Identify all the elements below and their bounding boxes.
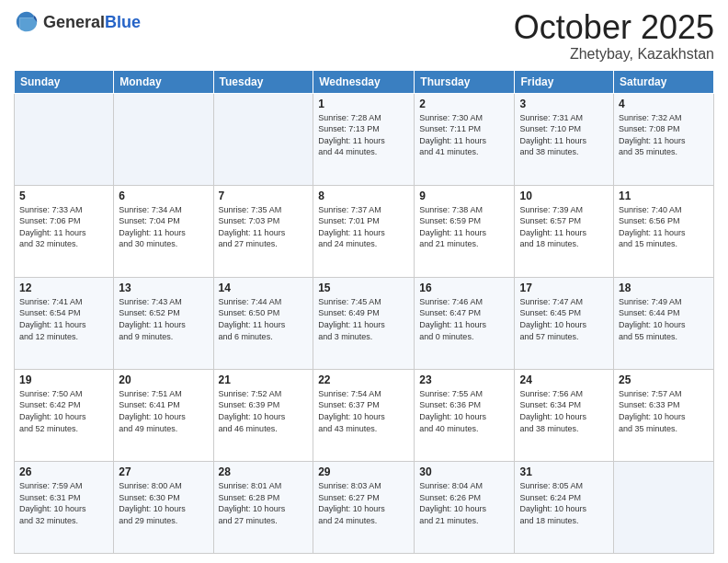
- day-info: Sunrise: 7:52 AM Sunset: 6:39 PM Dayligh…: [219, 388, 309, 434]
- day-cell-2-2: 6Sunrise: 7:34 AM Sunset: 7:04 PM Daylig…: [114, 185, 213, 277]
- day-info: Sunrise: 7:41 AM Sunset: 6:54 PM Dayligh…: [19, 296, 108, 342]
- day-cell-5-1: 26Sunrise: 7:59 AM Sunset: 6:31 PM Dayli…: [15, 461, 114, 553]
- day-info: Sunrise: 7:47 AM Sunset: 6:45 PM Dayligh…: [519, 296, 609, 342]
- calendar-header-row: Sunday Monday Tuesday Wednesday Thursday…: [15, 70, 714, 93]
- calendar: Sunday Monday Tuesday Wednesday Thursday…: [14, 70, 714, 554]
- week-row-3: 12Sunrise: 7:41 AM Sunset: 6:54 PM Dayli…: [15, 277, 714, 369]
- day-cell-1-3: [213, 93, 313, 185]
- day-number: 15: [318, 282, 409, 294]
- week-row-1: 1Sunrise: 7:28 AM Sunset: 7:13 PM Daylig…: [15, 93, 714, 185]
- day-number: 10: [519, 190, 609, 202]
- day-cell-4-5: 23Sunrise: 7:55 AM Sunset: 6:36 PM Dayli…: [415, 369, 515, 461]
- day-number: 2: [419, 98, 509, 110]
- day-cell-2-7: 11Sunrise: 7:40 AM Sunset: 6:56 PM Dayli…: [614, 185, 714, 277]
- day-number: 21: [219, 373, 309, 386]
- day-cell-5-7: [614, 461, 714, 553]
- day-cell-5-4: 29Sunrise: 8:03 AM Sunset: 6:27 PM Dayli…: [313, 461, 415, 553]
- day-number: 31: [519, 465, 609, 478]
- day-info: Sunrise: 7:30 AM Sunset: 7:11 PM Dayligh…: [419, 112, 509, 158]
- day-info: Sunrise: 7:50 AM Sunset: 6:42 PM Dayligh…: [19, 388, 108, 434]
- day-number: 25: [619, 373, 709, 386]
- day-number: 30: [419, 465, 509, 478]
- location-title: Zhetybay, Kazakhstan: [514, 46, 714, 63]
- logo-text: GeneralBlue: [43, 13, 141, 32]
- day-cell-2-3: 7Sunrise: 7:35 AM Sunset: 7:03 PM Daylig…: [213, 185, 313, 277]
- day-info: Sunrise: 7:33 AM Sunset: 7:06 PM Dayligh…: [19, 204, 108, 250]
- day-info: Sunrise: 7:59 AM Sunset: 6:31 PM Dayligh…: [19, 480, 108, 526]
- day-number: 22: [318, 373, 409, 386]
- day-cell-3-5: 16Sunrise: 7:46 AM Sunset: 6:47 PM Dayli…: [415, 277, 515, 369]
- day-number: 4: [619, 98, 709, 110]
- day-cell-5-5: 30Sunrise: 8:04 AM Sunset: 6:26 PM Dayli…: [415, 461, 515, 553]
- day-info: Sunrise: 7:45 AM Sunset: 6:49 PM Dayligh…: [318, 296, 409, 342]
- col-tuesday: Tuesday: [213, 70, 313, 93]
- day-info: Sunrise: 7:40 AM Sunset: 6:56 PM Dayligh…: [619, 204, 709, 250]
- week-row-5: 26Sunrise: 7:59 AM Sunset: 6:31 PM Dayli…: [15, 461, 714, 553]
- day-cell-3-4: 15Sunrise: 7:45 AM Sunset: 6:49 PM Dayli…: [313, 277, 415, 369]
- day-cell-3-3: 14Sunrise: 7:44 AM Sunset: 6:50 PM Dayli…: [213, 277, 313, 369]
- day-cell-5-6: 31Sunrise: 8:05 AM Sunset: 6:24 PM Dayli…: [515, 461, 614, 553]
- day-info: Sunrise: 7:56 AM Sunset: 6:34 PM Dayligh…: [519, 388, 609, 434]
- header: GeneralBlue October 2025 Zhetybay, Kazak…: [14, 9, 714, 63]
- day-cell-1-4: 1Sunrise: 7:28 AM Sunset: 7:13 PM Daylig…: [313, 93, 415, 185]
- day-number: 3: [519, 98, 609, 110]
- calendar-body: 1Sunrise: 7:28 AM Sunset: 7:13 PM Daylig…: [15, 93, 714, 553]
- day-number: 16: [419, 282, 509, 294]
- day-cell-2-1: 5Sunrise: 7:33 AM Sunset: 7:06 PM Daylig…: [15, 185, 114, 277]
- col-friday: Friday: [515, 70, 614, 93]
- day-cell-4-7: 25Sunrise: 7:57 AM Sunset: 6:33 PM Dayli…: [614, 369, 714, 461]
- day-number: 19: [19, 373, 108, 386]
- day-cell-2-5: 9Sunrise: 7:38 AM Sunset: 6:59 PM Daylig…: [415, 185, 515, 277]
- day-cell-4-4: 22Sunrise: 7:54 AM Sunset: 6:37 PM Dayli…: [313, 369, 415, 461]
- day-info: Sunrise: 8:01 AM Sunset: 6:28 PM Dayligh…: [219, 480, 309, 526]
- day-info: Sunrise: 7:32 AM Sunset: 7:08 PM Dayligh…: [619, 112, 709, 158]
- day-cell-4-3: 21Sunrise: 7:52 AM Sunset: 6:39 PM Dayli…: [213, 369, 313, 461]
- day-info: Sunrise: 8:00 AM Sunset: 6:30 PM Dayligh…: [119, 480, 208, 526]
- week-row-2: 5Sunrise: 7:33 AM Sunset: 7:06 PM Daylig…: [15, 185, 714, 277]
- day-info: Sunrise: 8:04 AM Sunset: 6:26 PM Dayligh…: [419, 480, 509, 526]
- col-wednesday: Wednesday: [313, 70, 415, 93]
- day-number: 20: [119, 373, 208, 386]
- col-saturday: Saturday: [614, 70, 714, 93]
- day-info: Sunrise: 7:43 AM Sunset: 6:52 PM Dayligh…: [119, 296, 208, 342]
- day-info: Sunrise: 7:46 AM Sunset: 6:47 PM Dayligh…: [419, 296, 509, 342]
- day-number: 5: [19, 190, 108, 202]
- day-info: Sunrise: 7:34 AM Sunset: 7:04 PM Dayligh…: [119, 204, 208, 250]
- day-info: Sunrise: 7:31 AM Sunset: 7:10 PM Dayligh…: [519, 112, 609, 158]
- day-info: Sunrise: 7:39 AM Sunset: 6:57 PM Dayligh…: [519, 204, 609, 250]
- day-cell-2-6: 10Sunrise: 7:39 AM Sunset: 6:57 PM Dayli…: [515, 185, 614, 277]
- col-monday: Monday: [114, 70, 213, 93]
- day-info: Sunrise: 7:35 AM Sunset: 7:03 PM Dayligh…: [219, 204, 309, 250]
- day-cell-1-7: 4Sunrise: 7:32 AM Sunset: 7:08 PM Daylig…: [614, 93, 714, 185]
- day-cell-3-6: 17Sunrise: 7:47 AM Sunset: 6:45 PM Dayli…: [515, 277, 614, 369]
- day-cell-1-5: 2Sunrise: 7:30 AM Sunset: 7:11 PM Daylig…: [415, 93, 515, 185]
- day-cell-4-1: 19Sunrise: 7:50 AM Sunset: 6:42 PM Dayli…: [15, 369, 114, 461]
- day-number: 13: [119, 282, 208, 294]
- day-info: Sunrise: 7:55 AM Sunset: 6:36 PM Dayligh…: [419, 388, 509, 434]
- day-info: Sunrise: 7:37 AM Sunset: 7:01 PM Dayligh…: [318, 204, 409, 250]
- day-cell-4-2: 20Sunrise: 7:51 AM Sunset: 6:41 PM Dayli…: [114, 369, 213, 461]
- day-number: 6: [119, 190, 208, 202]
- logo-icon: [14, 9, 40, 35]
- col-sunday: Sunday: [15, 70, 114, 93]
- day-number: 8: [318, 190, 409, 202]
- day-number: 1: [318, 98, 409, 110]
- day-info: Sunrise: 7:51 AM Sunset: 6:41 PM Dayligh…: [119, 388, 208, 434]
- day-info: Sunrise: 7:57 AM Sunset: 6:33 PM Dayligh…: [619, 388, 709, 434]
- day-info: Sunrise: 7:28 AM Sunset: 7:13 PM Dayligh…: [318, 112, 409, 158]
- day-number: 28: [219, 465, 309, 478]
- day-number: 7: [219, 190, 309, 202]
- day-number: 29: [318, 465, 409, 478]
- day-cell-3-2: 13Sunrise: 7:43 AM Sunset: 6:52 PM Dayli…: [114, 277, 213, 369]
- day-info: Sunrise: 7:44 AM Sunset: 6:50 PM Dayligh…: [219, 296, 309, 342]
- day-info: Sunrise: 7:38 AM Sunset: 6:59 PM Dayligh…: [419, 204, 509, 250]
- month-title: October 2025: [514, 9, 714, 46]
- day-info: Sunrise: 8:05 AM Sunset: 6:24 PM Dayligh…: [519, 480, 609, 526]
- day-cell-2-4: 8Sunrise: 7:37 AM Sunset: 7:01 PM Daylig…: [313, 185, 415, 277]
- col-thursday: Thursday: [415, 70, 515, 93]
- day-cell-5-3: 28Sunrise: 8:01 AM Sunset: 6:28 PM Dayli…: [213, 461, 313, 553]
- day-number: 26: [19, 465, 108, 478]
- title-block: October 2025 Zhetybay, Kazakhstan: [514, 9, 714, 63]
- day-cell-3-1: 12Sunrise: 7:41 AM Sunset: 6:54 PM Dayli…: [15, 277, 114, 369]
- day-cell-3-7: 18Sunrise: 7:49 AM Sunset: 6:44 PM Dayli…: [614, 277, 714, 369]
